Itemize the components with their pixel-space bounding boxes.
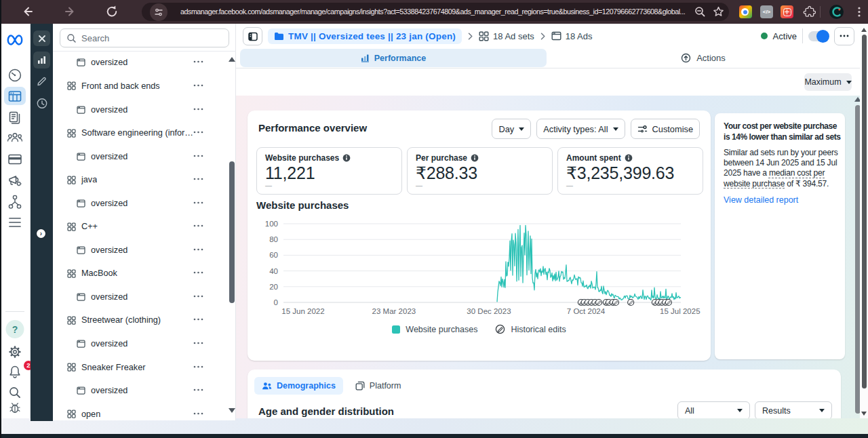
all-tools-menu-icon[interactable] bbox=[7, 216, 22, 229]
list-item[interactable]: Software engineering (information t... bbox=[53, 124, 226, 142]
row-options-icon[interactable] bbox=[193, 131, 203, 134]
browser-scroll-up-arrow[interactable] bbox=[861, 28, 867, 32]
maximum-dropdown[interactable]: Maximum bbox=[804, 73, 852, 91]
list-item[interactable]: C++ bbox=[53, 218, 226, 235]
tab-actions[interactable]: Actions bbox=[547, 49, 860, 67]
browser-scrollbar-thumb[interactable] bbox=[862, 35, 867, 389]
list-item[interactable]: MacBook bbox=[53, 264, 226, 282]
row-options-icon[interactable] bbox=[193, 271, 203, 274]
insights-scroll-area[interactable]: Performance overview Day Activity types:… bbox=[236, 96, 860, 418]
breadcrumb-ads[interactable]: 18 Ads bbox=[551, 31, 593, 41]
campaigns-nav-selected[interactable] bbox=[4, 87, 26, 105]
row-options-icon[interactable] bbox=[193, 201, 203, 204]
list-item[interactable]: Sneaker Freaker bbox=[53, 359, 226, 376]
row-options-icon[interactable] bbox=[193, 108, 203, 111]
audiences-icon[interactable] bbox=[6, 130, 24, 146]
extensions-puzzle-icon[interactable] bbox=[803, 5, 816, 18]
row-options-icon[interactable] bbox=[193, 389, 203, 391]
metric-value: 11,221 bbox=[265, 163, 393, 183]
row-options-icon[interactable] bbox=[193, 60, 203, 63]
browser-back-icon[interactable] bbox=[20, 4, 35, 19]
extension-colorzilla-icon[interactable] bbox=[829, 5, 844, 19]
list-scrollbar-thumb[interactable] bbox=[229, 161, 235, 303]
row-options-icon[interactable] bbox=[193, 412, 203, 415]
historical-edit-marker[interactable] bbox=[628, 300, 634, 306]
extension-code-icon[interactable]: </> bbox=[760, 5, 773, 18]
tab-demographics[interactable]: Demographics bbox=[254, 377, 343, 395]
list-item[interactable]: Front and back ends bbox=[53, 77, 226, 95]
row-options-icon[interactable] bbox=[193, 248, 203, 251]
browser-scroll-down-arrow[interactable] bbox=[861, 412, 867, 416]
historical-edit-marker[interactable] bbox=[612, 300, 618, 306]
charts-panel-button[interactable] bbox=[33, 52, 50, 68]
browser-menu-icon[interactable] bbox=[853, 5, 865, 18]
view-detailed-report-link[interactable]: View detailed report bbox=[724, 195, 838, 205]
meta-logo[interactable] bbox=[6, 33, 24, 47]
list-item[interactable]: oversized bbox=[53, 288, 226, 306]
browser-address-bar[interactable]: adsmanager.facebook.com/adsmanager/manag… bbox=[142, 3, 729, 21]
settings-gear-icon[interactable] bbox=[7, 344, 23, 360]
notifications-bell[interactable]: 2 bbox=[0, 363, 30, 381]
metric-select-dropdown[interactable]: Results bbox=[755, 401, 832, 418]
metric-card[interactable]: Website purchases11,221— bbox=[256, 147, 402, 195]
row-options-icon[interactable] bbox=[193, 342, 203, 344]
list-item[interactable]: oversized bbox=[53, 382, 226, 399]
list-scroll-down-arrow[interactable] bbox=[229, 408, 235, 413]
customise-button[interactable]: Customise bbox=[631, 119, 700, 139]
more-options-button[interactable] bbox=[834, 27, 854, 45]
row-options-icon[interactable] bbox=[193, 295, 203, 298]
row-options-icon[interactable] bbox=[193, 178, 203, 180]
billing-icon[interactable] bbox=[7, 151, 23, 167]
help-icon[interactable]: ? bbox=[6, 320, 24, 338]
ads-megaphone-icon[interactable] bbox=[7, 172, 23, 188]
edit-pencil-icon[interactable] bbox=[36, 75, 47, 87]
zoom-out-icon[interactable] bbox=[693, 5, 707, 19]
browser-scrollbar[interactable] bbox=[860, 24, 868, 418]
tab-platform[interactable]: Platform bbox=[355, 381, 401, 391]
breadcrumb-adsets[interactable]: 18 Ad sets bbox=[479, 31, 534, 41]
list-search-input[interactable]: Search bbox=[60, 28, 229, 47]
row-options-icon[interactable] bbox=[193, 155, 203, 157]
list-item[interactable]: oversized bbox=[53, 241, 226, 259]
historical-edit-marker[interactable] bbox=[665, 300, 671, 306]
list-item[interactable]: open bbox=[53, 405, 226, 420]
bug-report-icon[interactable] bbox=[7, 400, 23, 416]
account-overview-icon[interactable] bbox=[7, 67, 23, 83]
list-item[interactable]: oversized bbox=[53, 195, 226, 212]
collapse-sidebar-button[interactable] bbox=[243, 27, 262, 45]
metric-card[interactable]: Amount spent₹3,235,399.63— bbox=[557, 147, 703, 195]
site-info-icon[interactable] bbox=[150, 3, 167, 21]
history-clock-icon[interactable] bbox=[36, 98, 47, 109]
business-assets-icon[interactable] bbox=[7, 193, 23, 211]
list-item[interactable]: java bbox=[53, 171, 226, 188]
day-dropdown[interactable]: Day bbox=[492, 119, 531, 139]
extension-photos-icon[interactable] bbox=[739, 5, 752, 18]
bookmark-star-icon[interactable] bbox=[711, 5, 726, 19]
search-rail-icon[interactable] bbox=[7, 384, 23, 401]
historical-edit-marker[interactable] bbox=[595, 300, 601, 306]
list-item[interactable]: oversized bbox=[53, 148, 226, 165]
website-purchases-chart[interactable]: 02040608010015 Jun 202223 Mar 202330 Dec… bbox=[248, 212, 711, 321]
list-scroll-up-arrow[interactable] bbox=[229, 57, 235, 62]
metric-card[interactable]: Per purchase₹288.33— bbox=[407, 147, 553, 195]
tab-performance[interactable]: Performance bbox=[240, 49, 547, 67]
activity-types-dropdown[interactable]: Activity types: All bbox=[536, 119, 625, 139]
ads-reporting-icon[interactable] bbox=[7, 110, 23, 126]
active-toggle[interactable] bbox=[808, 31, 829, 41]
list-item[interactable]: oversized bbox=[53, 335, 226, 353]
row-options-icon[interactable] bbox=[193, 224, 203, 227]
browser-reload-icon[interactable] bbox=[104, 4, 119, 19]
extension-adblock-icon[interactable] bbox=[781, 5, 793, 18]
close-panel-button[interactable] bbox=[33, 31, 50, 46]
breadcrumb-campaign[interactable]: TMV || Oversized tees || 23 jan (Open) bbox=[268, 28, 462, 44]
list-item[interactable]: oversized bbox=[53, 101, 226, 119]
browser-forward-icon[interactable] bbox=[62, 4, 77, 19]
list-item[interactable]: Streetwear (clothing) bbox=[53, 311, 226, 329]
list-item[interactable]: oversized bbox=[53, 54, 226, 71]
row-options-icon[interactable] bbox=[193, 365, 203, 368]
expand-panel-chevron[interactable]: › bbox=[37, 229, 45, 238]
row-options-icon[interactable] bbox=[193, 84, 203, 87]
url-text[interactable]: adsmanager.facebook.com/adsmanager/manag… bbox=[180, 3, 689, 21]
gender-filter-dropdown[interactable]: All bbox=[677, 401, 750, 418]
row-options-icon[interactable] bbox=[193, 318, 203, 321]
